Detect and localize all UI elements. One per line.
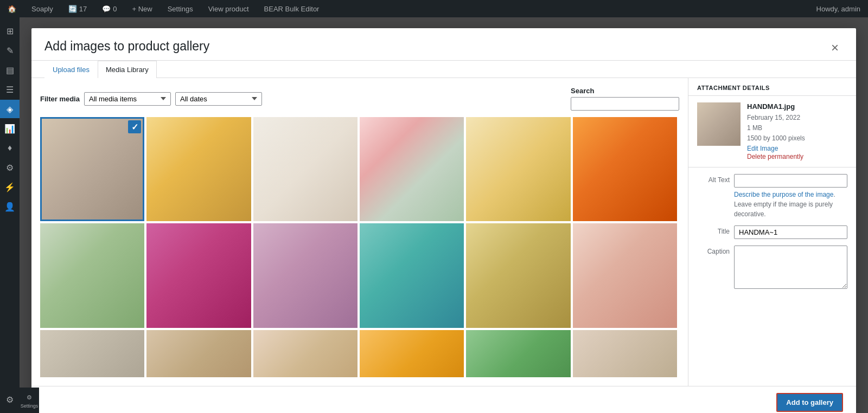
- settings-label: Settings: [20, 403, 39, 409]
- sidebar-item-products[interactable]: ◈: [0, 100, 20, 118]
- media-grid: ✓: [40, 117, 679, 377]
- title-row: Title HANDMA~1: [697, 225, 847, 239]
- alt-text-row: Alt Text Describe the purpose of the ima…: [697, 174, 847, 219]
- media-item[interactable]: [360, 117, 464, 221]
- media-item[interactable]: [146, 330, 251, 377]
- media-item[interactable]: [466, 117, 570, 221]
- selected-checkmark: ✓: [128, 120, 141, 133]
- modal-close-button[interactable]: ×: [827, 39, 843, 56]
- admin-bar-howdy: Howdy, admin: [813, 0, 864, 17]
- attachment-preview: HANDMA1.jpg February 15, 2022 1 MB 1500 …: [688, 96, 856, 167]
- modal-body: Filter media All media items All dates S…: [31, 78, 856, 386]
- edit-image-link[interactable]: Edit Image: [747, 145, 778, 152]
- media-grid-wrapper[interactable]: ✓: [40, 117, 679, 377]
- admin-bar-site-icon[interactable]: 🏠: [4, 0, 20, 17]
- media-item[interactable]: [466, 330, 570, 377]
- attachment-panel-header: ATTACHMENT DETAILS: [688, 78, 856, 96]
- tab-upload-files[interactable]: Upload files: [44, 61, 98, 78]
- search-input[interactable]: [571, 97, 679, 111]
- delete-permanently-link[interactable]: Delete permanently: [747, 153, 803, 160]
- modal-footer: Add to gallery: [31, 386, 856, 413]
- sidebar-item-analytics[interactable]: 📊: [0, 119, 20, 138]
- sidebar-item-attr[interactable]: ▤: [0, 61, 20, 79]
- settings-icon[interactable]: ⚙: [20, 392, 39, 403]
- media-area: Filter media All media items All dates S…: [31, 78, 688, 386]
- alt-text-description: Describe the purpose of the image. Leave…: [734, 190, 847, 219]
- alt-text-input[interactable]: [734, 174, 847, 188]
- alt-text-learn-link[interactable]: Describe the purpose of the image: [734, 191, 833, 198]
- sidebar-item-tools[interactable]: ⚙: [0, 158, 20, 177]
- media-item[interactable]: [573, 330, 677, 377]
- media-item[interactable]: ✓: [40, 117, 144, 221]
- caption-textarea[interactable]: [734, 246, 847, 289]
- modal-title: Add images to product gallery: [44, 39, 209, 54]
- modal-overlay: Add images to product gallery × Upload f…: [20, 17, 868, 413]
- tab-media-library[interactable]: Media Library: [98, 61, 157, 78]
- date-select[interactable]: All dates: [175, 92, 262, 106]
- media-item[interactable]: [253, 330, 358, 377]
- title-input[interactable]: HANDMA~1: [734, 225, 847, 239]
- title-label: Title: [697, 225, 730, 235]
- filter-label: Filter media: [40, 95, 80, 103]
- settings-bottom-bar: ⚙ Settings: [20, 388, 39, 413]
- sidebar-item-settings-bottom[interactable]: ⚙: [0, 390, 20, 409]
- attachment-panel: ATTACHMENT DETAILS HANDMA1.jpg February …: [688, 78, 856, 386]
- media-item[interactable]: [40, 330, 144, 377]
- media-item[interactable]: [360, 223, 464, 327]
- attachment-thumbnail: [697, 102, 741, 146]
- admin-bar-site-name[interactable]: Soaply: [28, 0, 56, 17]
- admin-bar-updates[interactable]: 🔄 17: [65, 0, 90, 17]
- sidebar-item-pages[interactable]: ☰: [0, 80, 20, 99]
- modal-header: Add images to product gallery ×: [31, 28, 856, 61]
- caption-row: Caption: [697, 246, 847, 289]
- admin-bar-new[interactable]: + New: [129, 0, 155, 17]
- sidebar-item-posts[interactable]: ✎: [0, 41, 20, 60]
- media-type-select[interactable]: All media items: [84, 92, 171, 106]
- sidebar-item-users[interactable]: 👤: [0, 197, 20, 216]
- attachment-filename: HANDMA1.jpg: [747, 102, 847, 111]
- modal-tabs: Upload files Media Library: [31, 61, 856, 78]
- media-item[interactable]: [146, 223, 251, 327]
- add-to-gallery-button[interactable]: Add to gallery: [776, 393, 843, 412]
- attachment-filesize: 1 MB: [747, 123, 847, 133]
- search-label: Search: [571, 87, 594, 95]
- admin-bar: 🏠 Soaply 🔄 17 💬 0 + New Settings View pr…: [0, 0, 868, 17]
- main-content: Add images to product gallery × Upload f…: [20, 17, 868, 413]
- caption-label: Caption: [697, 246, 730, 255]
- sidebar-item-dashboard[interactable]: ⊞: [0, 22, 20, 40]
- media-item[interactable]: [253, 223, 358, 327]
- search-container: Search: [571, 87, 679, 111]
- sidebar-item-marketing[interactable]: ♦: [0, 139, 20, 157]
- media-item[interactable]: [360, 330, 464, 377]
- modal-dialog: Add images to product gallery × Upload f…: [31, 28, 856, 413]
- alt-text-label: Alt Text: [697, 174, 730, 184]
- sidebar-item-plugins[interactable]: ⚡: [0, 178, 20, 196]
- media-item[interactable]: [573, 117, 677, 221]
- attachment-meta: HANDMA1.jpg February 15, 2022 1 MB 1500 …: [747, 102, 847, 160]
- media-item[interactable]: [253, 117, 358, 221]
- admin-layout: ⊞ ✎ ▤ ☰ ◈ 📊 ♦ ⚙ ⚡ 👤 ⚙ Add images to prod…: [0, 17, 868, 413]
- media-item[interactable]: [40, 223, 144, 327]
- filter-bar: Filter media All media items All dates S…: [40, 87, 679, 111]
- admin-bar-settings[interactable]: Settings: [164, 0, 196, 17]
- admin-bar-comments[interactable]: 💬 0: [99, 0, 120, 17]
- attachment-dimensions: 1500 by 1000 pixels: [747, 133, 847, 144]
- media-item[interactable]: [466, 223, 570, 327]
- media-item[interactable]: [573, 223, 677, 327]
- admin-bar-view-product[interactable]: View product: [205, 0, 252, 17]
- attachment-date: February 15, 2022: [747, 113, 847, 123]
- wp-sidebar: ⊞ ✎ ▤ ☰ ◈ 📊 ♦ ⚙ ⚡ 👤 ⚙: [0, 17, 20, 413]
- attachment-fields: Alt Text Describe the purpose of the ima…: [688, 167, 856, 295]
- admin-bar-bear-editor[interactable]: BEAR Bulk Editor: [261, 0, 323, 17]
- media-item[interactable]: [146, 117, 251, 221]
